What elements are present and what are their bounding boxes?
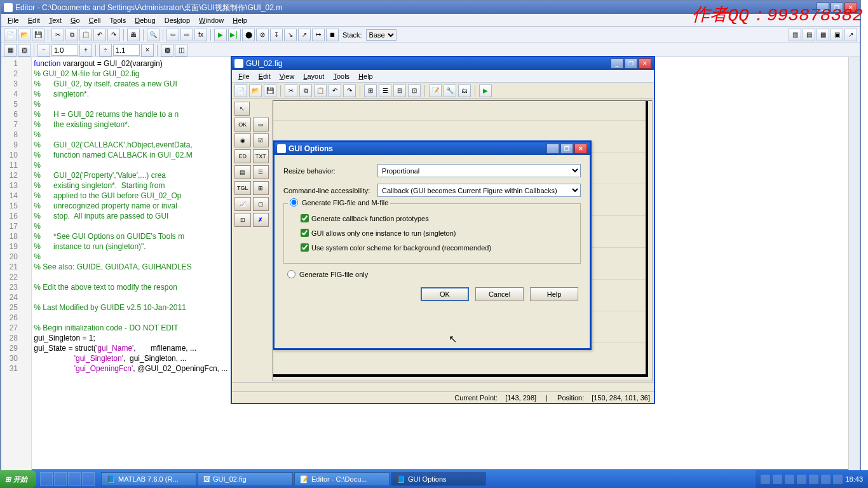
dialog-close-button[interactable]: ✕	[574, 144, 587, 154]
dock-icon[interactable]: ▣	[831, 29, 843, 41]
cell-1-icon[interactable]: ▦	[4, 44, 17, 57]
g-align-icon[interactable]: ⊞	[364, 85, 377, 97]
g-new-icon[interactable]: 📄	[234, 85, 247, 97]
g-save-icon[interactable]: 💾	[264, 85, 276, 97]
chk-callback-prototypes[interactable]	[301, 214, 309, 222]
g-property-icon[interactable]: 🔧	[444, 85, 456, 97]
guide-hscroll[interactable]	[232, 383, 654, 391]
pal-edittext-icon[interactable]: ED	[234, 149, 251, 163]
ql-icon-1[interactable]	[40, 472, 53, 486]
step-out-icon[interactable]: ↗	[298, 29, 311, 41]
g-tab-editor-icon[interactable]: ⊟	[393, 85, 406, 97]
find-icon[interactable]: 🔍	[147, 29, 159, 41]
tile-3-icon[interactable]: ▦	[817, 29, 829, 41]
g-menu-editor-icon[interactable]: ☰	[379, 85, 391, 97]
g-run-icon[interactable]: ▶	[479, 85, 492, 97]
tile-1-icon[interactable]: ▥	[789, 29, 801, 41]
pal-pushbutton-icon[interactable]: OK	[234, 118, 251, 132]
tray-icon-1[interactable]	[761, 475, 770, 484]
breakpoint-set-icon[interactable]: ⬤	[242, 29, 255, 41]
menu-window[interactable]: Window	[195, 15, 227, 25]
gmenu-file[interactable]: File	[234, 71, 254, 81]
g-paste-icon[interactable]: 📋	[314, 85, 327, 97]
paste-icon[interactable]: 📋	[79, 29, 92, 41]
cla-select[interactable]: Callback (GUI becomes Current Figure wit…	[377, 184, 581, 197]
start-button[interactable]: ⊞ 开始	[0, 470, 36, 488]
radio-fig-and-mfile[interactable]	[290, 198, 298, 207]
pal-slider-icon[interactable]: ▭	[253, 118, 269, 132]
print-icon[interactable]: 🖶	[127, 29, 140, 41]
g-toolbar-editor-icon[interactable]: ⊡	[408, 85, 421, 97]
chk-system-colors[interactable]	[301, 243, 309, 252]
help-button[interactable]: Help	[530, 287, 578, 301]
multiply-input[interactable]	[113, 44, 140, 56]
continue-icon[interactable]: ↦	[312, 29, 325, 41]
task-matlab[interactable]: 📘 MATLAB 7.6.0 (R...	[101, 472, 196, 486]
tile-2-icon[interactable]: ▤	[803, 29, 815, 41]
divide-input[interactable]	[51, 44, 78, 56]
forward-icon[interactable]: ⇨	[180, 29, 193, 41]
g-open-icon[interactable]: 📂	[249, 85, 262, 97]
menu-go[interactable]: Go	[67, 15, 84, 25]
pal-buttongroup-icon[interactable]: ⊡	[234, 213, 251, 227]
task-gui02fig[interactable]: 🖼 GUI_02.fig	[198, 472, 293, 486]
fx-icon[interactable]: fx	[194, 29, 207, 41]
mul-icon[interactable]: ×	[141, 44, 154, 57]
cell-3-icon[interactable]: ▩	[161, 44, 173, 57]
menu-file[interactable]: File	[4, 15, 23, 25]
cut-icon[interactable]: ✂	[51, 29, 64, 41]
step-icon[interactable]: ↧	[270, 29, 283, 41]
pal-checkbox-icon[interactable]: ☑	[253, 133, 269, 147]
guide-maximize-button[interactable]: ❐	[625, 58, 637, 69]
plus-icon[interactable]: +	[79, 44, 92, 57]
copy-icon[interactable]: ⧉	[65, 29, 78, 41]
tray-icon-6[interactable]	[821, 475, 831, 484]
resize-select[interactable]: Proportional	[377, 164, 581, 177]
task-guioptions[interactable]: 📘 GUI Options	[391, 472, 486, 486]
menu-cell[interactable]: Cell	[85, 15, 105, 25]
stack-select[interactable]: Base	[366, 29, 397, 41]
guide-close-button[interactable]: ✕	[639, 58, 651, 69]
new-file-icon[interactable]: 📄	[4, 29, 17, 41]
tray-icon-4[interactable]	[797, 475, 806, 484]
step-in-icon[interactable]: ↘	[284, 29, 297, 41]
gmenu-view[interactable]: View	[276, 71, 299, 81]
pal-table-icon[interactable]: ⊞	[253, 181, 269, 195]
menu-edit[interactable]: Edit	[24, 15, 44, 25]
pal-select-icon[interactable]: ↖	[234, 102, 250, 116]
minus-icon[interactable]: −	[37, 44, 50, 57]
g-cut-icon[interactable]: ✂	[285, 85, 297, 97]
pal-panel-icon[interactable]: ▢	[253, 197, 269, 211]
redo-icon[interactable]: ↷	[107, 29, 120, 41]
ql-icon-4[interactable]	[82, 472, 95, 486]
pal-popup-icon[interactable]: ▤	[234, 165, 251, 179]
div-icon[interactable]: ÷	[99, 44, 112, 57]
tray-clock[interactable]: 18:43	[845, 475, 863, 483]
dialog-minimize-button[interactable]: _	[546, 144, 559, 154]
menu-text[interactable]: Text	[45, 15, 65, 25]
tray-icon-3[interactable]	[785, 475, 794, 484]
breakpoint-clear-icon[interactable]: ⊘	[256, 29, 269, 41]
gmenu-edit[interactable]: Edit	[255, 71, 275, 81]
dialog-maximize-button[interactable]: ❐	[560, 144, 573, 154]
gmenu-help[interactable]: Help	[355, 71, 377, 81]
tray-icon-7[interactable]	[833, 475, 843, 484]
pal-radiobtn-icon[interactable]: ◉	[234, 133, 251, 147]
tray-icon-2[interactable]	[773, 475, 782, 484]
g-undo-icon[interactable]: ↶	[329, 85, 341, 97]
menu-tools[interactable]: Tools	[106, 15, 130, 25]
g-mfile-icon[interactable]: 📝	[429, 85, 442, 97]
pal-activex-icon[interactable]: ✗	[253, 213, 269, 227]
back-icon[interactable]: ⇦	[166, 29, 179, 41]
gmenu-layout[interactable]: Layout	[299, 71, 328, 81]
task-editor[interactable]: 📝 Editor - C:\Docu...	[294, 472, 390, 486]
editor-scrollbar[interactable]	[848, 57, 860, 470]
pal-statictext-icon[interactable]: TXT	[253, 149, 269, 163]
stop-icon[interactable]: ⏹	[326, 29, 339, 41]
open-icon[interactable]: 📂	[18, 29, 31, 41]
menu-debug[interactable]: Debug	[131, 15, 159, 25]
g-copy-icon[interactable]: ⧉	[299, 85, 312, 97]
run-advance-icon[interactable]: ▶│	[228, 29, 241, 41]
ok-button[interactable]: OK	[421, 287, 469, 301]
radio-fig-only[interactable]	[287, 270, 295, 278]
